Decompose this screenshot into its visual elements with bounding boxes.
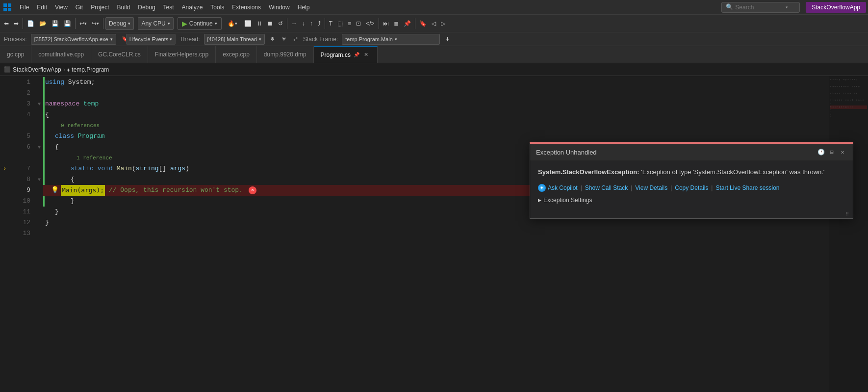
cpu-dropdown[interactable]: Any CPU ▾ xyxy=(138,17,173,30)
tab-excep[interactable]: excep.cpp xyxy=(216,46,257,63)
hot-reload-button[interactable]: 🔥 ▾ xyxy=(226,17,239,30)
breakpoints-button[interactable]: ⬜ xyxy=(242,17,254,30)
token-static-kw: static xyxy=(71,165,94,172)
prev-bookmark-icon: ◁ xyxy=(432,20,436,27)
fold-gutter: ▼ ▼ ▼ xyxy=(35,76,43,392)
menu-build[interactable]: Build xyxy=(113,0,134,15)
breadcrumb-sep-1: › xyxy=(63,66,65,73)
menu-help[interactable]: Help xyxy=(294,0,314,15)
step-out-button[interactable]: ↑ xyxy=(308,17,315,30)
tab-comutil[interactable]: comutilnative.cpp xyxy=(31,46,91,63)
tab-dump[interactable]: dump.9920.dmp xyxy=(257,46,314,63)
menu-project[interactable]: Project xyxy=(87,0,113,15)
memory-button[interactable]: ⊡ xyxy=(354,17,363,30)
popup-body: System.StackOverflowException: 'Exceptio… xyxy=(530,160,853,210)
menu-tools[interactable]: Tools xyxy=(206,0,228,15)
menu-test[interactable]: Test xyxy=(159,0,178,15)
switch-thread-btn[interactable]: ⇄ xyxy=(292,34,299,45)
fold-3[interactable]: ▼ xyxy=(35,99,43,109)
token-namespace-name: temp xyxy=(83,99,99,109)
search-input[interactable] xyxy=(735,4,784,11)
copy-details-link[interactable]: Copy Details xyxy=(675,184,708,191)
lightbulb-icon[interactable]: 💡 xyxy=(51,185,59,196)
line-num-9: 9 xyxy=(26,185,30,196)
popup-header: Exception Unhandled 🕐 ⊟ ✕ xyxy=(530,144,853,160)
step-into-button[interactable]: ↓ xyxy=(300,17,307,30)
tab-finalizer[interactable]: FinalizerHelpers.cpp xyxy=(148,46,216,63)
token-main-fn: Main xyxy=(117,165,132,172)
menu-window[interactable]: Window xyxy=(265,0,294,15)
process-dropdown[interactable]: [35572] StackOverflowApp.exe ▾ xyxy=(31,34,116,45)
format-sel-button[interactable]: ≣ xyxy=(392,17,401,30)
code-editor[interactable]: using System; namespace temp { 0 referen… xyxy=(43,76,829,392)
show-call-stack-link[interactable]: Show Call Stack xyxy=(585,184,628,191)
token-comment-oops: // Oops, this recursion won't stop. xyxy=(105,185,243,196)
fold-8[interactable]: ▼ xyxy=(35,174,43,185)
token-class-kw: class xyxy=(55,132,74,140)
diagnostic-button[interactable]: ≡ xyxy=(346,17,353,30)
tab-gccore[interactable]: GC.CoreCLR.cs xyxy=(91,46,148,63)
stack-frame-dropdown[interactable]: temp.Program.Main ▾ xyxy=(342,34,440,45)
pause-button[interactable]: ⏸ xyxy=(255,17,264,30)
menu-edit[interactable]: Edit xyxy=(33,0,51,15)
continue-button[interactable]: ▶ Continue ▾ xyxy=(178,17,222,30)
watch-button[interactable]: T xyxy=(327,17,334,30)
link-divider-4: | xyxy=(711,184,713,191)
restart-button[interactable]: ↺ xyxy=(276,17,285,30)
expand-stack-btn[interactable]: ⬇ xyxy=(444,34,451,45)
cpu-chevron: ▾ xyxy=(168,21,170,26)
menu-file[interactable]: File xyxy=(16,0,33,15)
pin-button[interactable]: 📌 xyxy=(402,17,413,30)
next-bookmark-button[interactable]: ▷ xyxy=(439,17,447,30)
token-brace-open-method: { xyxy=(71,176,75,183)
app-title-button[interactable]: StackOverflowApp xyxy=(806,2,866,13)
nav-forward-button[interactable]: ➡ xyxy=(12,17,21,30)
ask-copilot-link[interactable]: Ask Copilot xyxy=(548,184,578,191)
view-details-link[interactable]: View Details xyxy=(635,184,667,191)
exception-settings[interactable]: ▶ Exception Settings xyxy=(538,197,845,204)
save-all-button[interactable]: 💾 xyxy=(62,17,73,30)
thaw-thread-btn[interactable]: ☀ xyxy=(280,34,288,45)
freeze-thread-btn[interactable]: ❄ xyxy=(269,34,276,45)
debug-mode-dropdown[interactable]: Debug ▾ xyxy=(105,17,134,30)
format-doc-button[interactable]: ⏭ xyxy=(381,17,391,30)
tab-program-close[interactable]: ✕ xyxy=(362,51,370,59)
open-file-button[interactable]: 📂 xyxy=(37,17,49,30)
tab-program[interactable]: Program.cs 📌 ✕ xyxy=(314,46,378,63)
nav-back-button[interactable]: ⬅ xyxy=(2,17,11,30)
fold-6[interactable]: ▼ xyxy=(35,142,43,153)
tab-comutil-label: comutilnative.cpp xyxy=(38,51,84,58)
disassembly-button[interactable]: </> xyxy=(364,17,376,30)
live-share-link[interactable]: Start Live Share session xyxy=(715,184,779,191)
popup-pin-btn[interactable]: ⊟ xyxy=(827,148,836,157)
save-button[interactable]: 💾 xyxy=(50,17,61,30)
save-all-icon: 💾 xyxy=(64,20,71,27)
thread-dropdown[interactable]: [40428] Main Thread ▾ xyxy=(204,34,265,45)
restart-icon: ↺ xyxy=(278,20,283,27)
step-back-button[interactable]: ⤴ xyxy=(316,17,323,30)
new-file-button[interactable]: 📄 xyxy=(25,17,36,30)
bookmark-button[interactable]: 🔖 xyxy=(417,17,429,30)
tab-gc[interactable]: gc.cpp xyxy=(0,46,31,63)
code-line-12: } xyxy=(43,217,829,228)
menu-debug[interactable]: Debug xyxy=(134,0,159,15)
step-over-button[interactable]: → xyxy=(289,17,299,30)
menu-analyze[interactable]: Analyze xyxy=(178,0,207,15)
menu-git[interactable]: Git xyxy=(72,0,87,15)
breadcrumb-project[interactable]: StackOverflowApp xyxy=(13,66,61,73)
popup-history-btn[interactable]: 🕐 xyxy=(817,148,825,157)
toolbar-separator-6 xyxy=(379,18,379,29)
global-search[interactable]: 🔍 ▾ xyxy=(721,2,800,13)
menu-view[interactable]: View xyxy=(51,0,72,15)
breadcrumb-class[interactable]: temp.Program xyxy=(72,66,109,73)
locals-button[interactable]: ⬚ xyxy=(335,17,345,30)
token-brace-open-ns: { xyxy=(45,109,49,120)
popup-close-btn[interactable]: ✕ xyxy=(838,148,847,157)
stop-button[interactable]: ⏹ xyxy=(265,17,275,30)
undo-button[interactable]: ↩▾ xyxy=(77,17,89,30)
redo-button[interactable]: ↪▾ xyxy=(90,17,101,30)
settings-label: Exception Settings xyxy=(543,197,592,204)
lifecycle-events-btn[interactable]: Lifecycle Events ▾ xyxy=(126,34,176,45)
prev-bookmark-button[interactable]: ◁ xyxy=(430,17,438,30)
menu-extensions[interactable]: Extensions xyxy=(228,0,265,15)
